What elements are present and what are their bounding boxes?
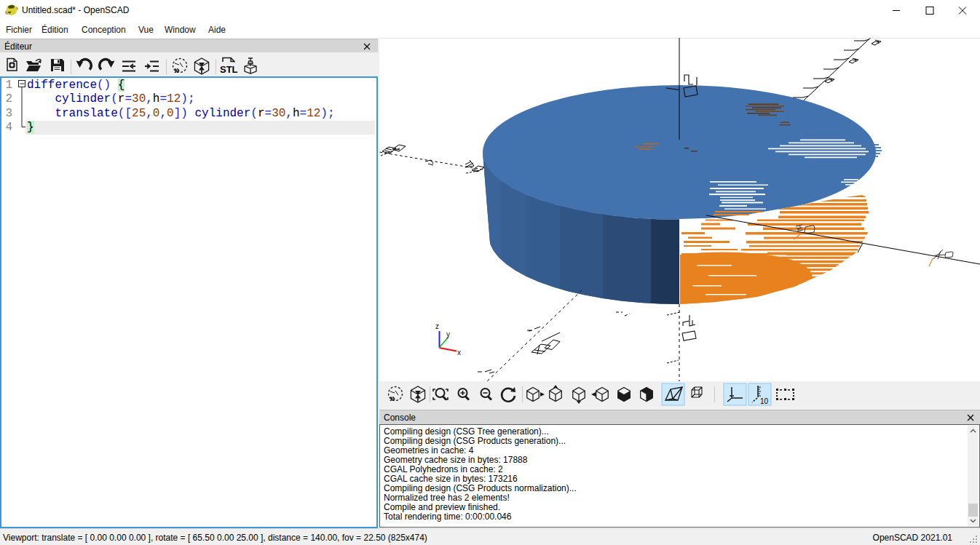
svg-text:x: x — [457, 349, 461, 357]
svg-text:y: y — [446, 330, 450, 338]
svg-text:»: » — [174, 64, 180, 76]
svg-text:STL: STL — [220, 64, 238, 75]
svg-text:10: 10 — [760, 397, 769, 405]
svg-text:»: » — [390, 392, 395, 404]
svg-text:z: z — [435, 322, 439, 330]
